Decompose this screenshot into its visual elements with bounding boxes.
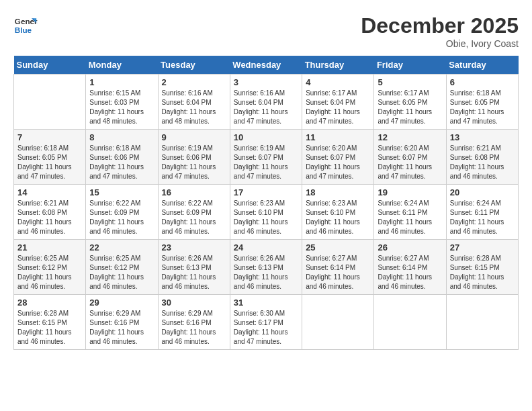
day-info: Sunrise: 6:15 AM Sunset: 6:03 PM Dayligh… xyxy=(89,89,154,126)
day-number: 4 xyxy=(306,77,370,87)
day-number: 21 xyxy=(17,242,82,253)
day-info: Sunrise: 6:18 AM Sunset: 6:05 PM Dayligh… xyxy=(17,144,82,181)
day-number: 23 xyxy=(162,242,226,253)
day-number: 27 xyxy=(450,242,515,253)
calendar-cell: 7Sunrise: 6:18 AM Sunset: 6:05 PM Daylig… xyxy=(14,130,86,185)
day-info: Sunrise: 6:24 AM Sunset: 6:11 PM Dayligh… xyxy=(378,199,442,236)
logo: General Blue xyxy=(13,13,38,38)
day-info: Sunrise: 6:17 AM Sunset: 6:05 PM Dayligh… xyxy=(378,89,442,126)
day-number: 20 xyxy=(450,187,515,197)
day-number: 15 xyxy=(89,187,154,197)
calendar-cell xyxy=(14,75,86,130)
calendar-cell: 13Sunrise: 6:21 AM Sunset: 6:08 PM Dayli… xyxy=(446,130,518,185)
day-number: 2 xyxy=(162,77,226,87)
month-title: December 2025 xyxy=(361,13,519,38)
calendar-week-5: 28Sunrise: 6:28 AM Sunset: 6:15 PM Dayli… xyxy=(14,295,519,350)
day-info: Sunrise: 6:30 AM Sunset: 6:17 PM Dayligh… xyxy=(234,309,298,347)
calendar-week-3: 14Sunrise: 6:21 AM Sunset: 6:08 PM Dayli… xyxy=(14,185,519,240)
day-info: Sunrise: 6:16 AM Sunset: 6:04 PM Dayligh… xyxy=(162,89,226,126)
day-number: 10 xyxy=(234,132,298,142)
calendar-cell: 25Sunrise: 6:27 AM Sunset: 6:14 PM Dayli… xyxy=(302,240,374,295)
calendar-cell: 5Sunrise: 6:17 AM Sunset: 6:05 PM Daylig… xyxy=(374,75,446,130)
day-number: 12 xyxy=(378,132,442,142)
calendar-cell: 20Sunrise: 6:24 AM Sunset: 6:11 PM Dayli… xyxy=(446,185,518,240)
svg-text:General: General xyxy=(15,17,38,26)
day-number: 1 xyxy=(89,77,154,87)
calendar-cell: 22Sunrise: 6:25 AM Sunset: 6:12 PM Dayli… xyxy=(86,240,158,295)
day-number: 7 xyxy=(17,132,82,142)
day-number: 22 xyxy=(89,242,154,253)
calendar-cell: 15Sunrise: 6:22 AM Sunset: 6:09 PM Dayli… xyxy=(86,185,158,240)
day-number: 17 xyxy=(234,187,298,197)
calendar-cell: 6Sunrise: 6:18 AM Sunset: 6:05 PM Daylig… xyxy=(446,75,518,130)
day-number: 3 xyxy=(234,77,298,87)
calendar-cell: 4Sunrise: 6:17 AM Sunset: 6:04 PM Daylig… xyxy=(302,75,374,130)
calendar-week-1: 1Sunrise: 6:15 AM Sunset: 6:03 PM Daylig… xyxy=(14,75,519,130)
day-number: 25 xyxy=(306,242,370,253)
calendar-cell: 19Sunrise: 6:24 AM Sunset: 6:11 PM Dayli… xyxy=(374,185,446,240)
location: Obie, Ivory Coast xyxy=(361,38,519,49)
calendar-header-row: SundayMondayTuesdayWednesdayThursdayFrid… xyxy=(14,56,519,75)
weekday-header-sunday: Sunday xyxy=(14,56,86,75)
calendar-cell: 8Sunrise: 6:18 AM Sunset: 6:06 PM Daylig… xyxy=(86,130,158,185)
day-number: 16 xyxy=(162,187,226,197)
day-info: Sunrise: 6:29 AM Sunset: 6:16 PM Dayligh… xyxy=(162,309,226,347)
day-info: Sunrise: 6:26 AM Sunset: 6:13 PM Dayligh… xyxy=(162,254,226,291)
day-number: 11 xyxy=(306,132,370,142)
day-number: 29 xyxy=(89,298,154,308)
day-info: Sunrise: 6:18 AM Sunset: 6:06 PM Dayligh… xyxy=(89,144,154,181)
day-number: 26 xyxy=(378,242,442,253)
day-info: Sunrise: 6:23 AM Sunset: 6:10 PM Dayligh… xyxy=(306,199,370,236)
day-info: Sunrise: 6:16 AM Sunset: 6:04 PM Dayligh… xyxy=(234,89,298,126)
calendar-cell: 17Sunrise: 6:23 AM Sunset: 6:10 PM Dayli… xyxy=(230,185,302,240)
day-info: Sunrise: 6:21 AM Sunset: 6:08 PM Dayligh… xyxy=(450,144,515,181)
calendar-cell: 2Sunrise: 6:16 AM Sunset: 6:04 PM Daylig… xyxy=(158,75,230,130)
day-info: Sunrise: 6:22 AM Sunset: 6:09 PM Dayligh… xyxy=(89,199,154,236)
day-number: 6 xyxy=(450,77,515,87)
page-header: General Blue December 2025 Obie, Ivory C… xyxy=(13,13,519,49)
calendar-cell: 16Sunrise: 6:22 AM Sunset: 6:09 PM Dayli… xyxy=(158,185,230,240)
weekday-header-thursday: Thursday xyxy=(302,56,374,75)
day-info: Sunrise: 6:20 AM Sunset: 6:07 PM Dayligh… xyxy=(306,144,370,181)
calendar-cell: 27Sunrise: 6:28 AM Sunset: 6:15 PM Dayli… xyxy=(446,240,518,295)
calendar-cell: 3Sunrise: 6:16 AM Sunset: 6:04 PM Daylig… xyxy=(230,75,302,130)
day-number: 19 xyxy=(378,187,442,197)
svg-text:Blue: Blue xyxy=(15,26,32,34)
day-info: Sunrise: 6:26 AM Sunset: 6:13 PM Dayligh… xyxy=(234,254,298,291)
calendar-cell: 30Sunrise: 6:29 AM Sunset: 6:16 PM Dayli… xyxy=(158,295,230,350)
calendar-cell: 9Sunrise: 6:19 AM Sunset: 6:06 PM Daylig… xyxy=(158,130,230,185)
day-number: 24 xyxy=(234,242,298,253)
calendar-cell: 11Sunrise: 6:20 AM Sunset: 6:07 PM Dayli… xyxy=(302,130,374,185)
calendar-week-2: 7Sunrise: 6:18 AM Sunset: 6:05 PM Daylig… xyxy=(14,130,519,185)
calendar-cell: 14Sunrise: 6:21 AM Sunset: 6:08 PM Dayli… xyxy=(14,185,86,240)
day-info: Sunrise: 6:17 AM Sunset: 6:04 PM Dayligh… xyxy=(306,89,370,126)
day-info: Sunrise: 6:27 AM Sunset: 6:14 PM Dayligh… xyxy=(306,254,370,291)
day-info: Sunrise: 6:18 AM Sunset: 6:05 PM Dayligh… xyxy=(450,89,515,126)
day-info: Sunrise: 6:19 AM Sunset: 6:07 PM Dayligh… xyxy=(234,144,298,181)
day-info: Sunrise: 6:23 AM Sunset: 6:10 PM Dayligh… xyxy=(234,199,298,236)
day-info: Sunrise: 6:29 AM Sunset: 6:16 PM Dayligh… xyxy=(89,309,154,347)
title-block: December 2025 Obie, Ivory Coast xyxy=(361,13,519,49)
day-number: 18 xyxy=(306,187,370,197)
calendar-cell: 18Sunrise: 6:23 AM Sunset: 6:10 PM Dayli… xyxy=(302,185,374,240)
calendar-cell: 29Sunrise: 6:29 AM Sunset: 6:16 PM Dayli… xyxy=(86,295,158,350)
day-number: 8 xyxy=(89,132,154,142)
day-info: Sunrise: 6:28 AM Sunset: 6:15 PM Dayligh… xyxy=(450,254,515,291)
calendar-cell: 12Sunrise: 6:20 AM Sunset: 6:07 PM Dayli… xyxy=(374,130,446,185)
day-number: 5 xyxy=(378,77,442,87)
logo-icon: General Blue xyxy=(13,13,38,38)
calendar-cell: 31Sunrise: 6:30 AM Sunset: 6:17 PM Dayli… xyxy=(230,295,302,350)
calendar-cell: 26Sunrise: 6:27 AM Sunset: 6:14 PM Dayli… xyxy=(374,240,446,295)
calendar-cell: 28Sunrise: 6:28 AM Sunset: 6:15 PM Dayli… xyxy=(14,295,86,350)
calendar-table: SundayMondayTuesdayWednesdayThursdayFrid… xyxy=(13,56,519,350)
weekday-header-monday: Monday xyxy=(86,56,158,75)
calendar-cell: 23Sunrise: 6:26 AM Sunset: 6:13 PM Dayli… xyxy=(158,240,230,295)
weekday-header-saturday: Saturday xyxy=(446,56,518,75)
calendar-cell xyxy=(446,295,518,350)
day-info: Sunrise: 6:27 AM Sunset: 6:14 PM Dayligh… xyxy=(378,254,442,291)
day-info: Sunrise: 6:24 AM Sunset: 6:11 PM Dayligh… xyxy=(450,199,515,236)
day-number: 30 xyxy=(162,298,226,308)
day-number: 28 xyxy=(17,298,82,308)
calendar-cell xyxy=(374,295,446,350)
calendar-cell: 1Sunrise: 6:15 AM Sunset: 6:03 PM Daylig… xyxy=(86,75,158,130)
